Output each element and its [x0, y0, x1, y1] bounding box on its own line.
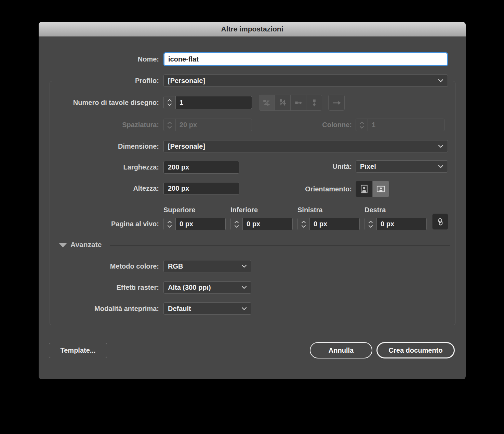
portrait-orientation-button[interactable] [356, 181, 372, 197]
numero-tavole-value[interactable]: 1 [176, 96, 252, 109]
arrange-by-row-icon [294, 98, 303, 107]
dialog-title: Altre impostazioni [221, 25, 283, 33]
disclosure-triangle-icon[interactable] [59, 243, 67, 247]
profilo-label: Profilo: [132, 74, 160, 87]
colonne-value: 1 [368, 119, 444, 131]
effetti-raster-select[interactable]: Alta (300 ppi) [163, 281, 251, 294]
layout-direction-button[interactable] [328, 95, 345, 111]
unita-value: Pixel [360, 163, 376, 171]
portrait-orientation-icon [359, 184, 369, 194]
stepper-up-icon [359, 121, 364, 124]
chevron-down-icon [438, 145, 443, 148]
grid-by-row-icon [263, 98, 271, 107]
effetti-raster-value: Alta (300 ppi) [168, 284, 211, 291]
altezza-label: Altezza: [130, 182, 160, 195]
larghezza-label: Larghezza: [121, 161, 160, 174]
template-button[interactable]: Template... [49, 343, 107, 358]
crea-documento-button[interactable]: Crea documento [376, 342, 455, 358]
bleed-sinistra-value[interactable]: 0 px [310, 218, 359, 230]
stepper-buttons[interactable] [164, 96, 176, 109]
stepper-up-icon [301, 220, 306, 223]
spaziatura-stepper: 20 px [163, 119, 252, 131]
arrange-by-column-icon [310, 98, 319, 107]
dimensione-label: Dimensione: [115, 140, 160, 152]
stepper-up-icon [167, 121, 172, 124]
metodo-colore-label: Metodo colore: [107, 260, 160, 272]
stepper-down-icon [234, 225, 239, 228]
nome-label: Nome: [135, 52, 160, 66]
numero-tavole-label: Numero di tavole disegno: [70, 96, 160, 109]
titlebar: Altre impostazioni [39, 22, 466, 37]
pagina-al-vivo-label: Pagina al vivo: [108, 218, 160, 230]
bleed-inferiore-value[interactable]: 0 px [243, 218, 292, 230]
arrow-right-icon [332, 98, 341, 108]
grid-by-column-button[interactable] [275, 95, 291, 110]
bleed-superiore-stepper: 0 px [163, 218, 226, 230]
annulla-button[interactable]: Annulla [310, 342, 372, 358]
landscape-orientation-button[interactable] [372, 181, 389, 197]
chevron-down-icon [241, 286, 247, 289]
settings-groupbox [50, 81, 455, 325]
colonne-label: Colonne: [319, 119, 353, 131]
stepper-buttons[interactable] [365, 218, 377, 230]
stepper-buttons[interactable] [164, 218, 176, 230]
profilo-select[interactable]: [Personale] [163, 74, 448, 87]
altezza-value: 200 px [168, 185, 189, 192]
modalita-anteprima-value: Default [168, 305, 191, 313]
stepper-up-icon [167, 220, 172, 223]
avanzate-section-header[interactable]: Avanzate [70, 241, 102, 249]
chevron-down-icon [438, 165, 443, 168]
spaziatura-label: Spaziatura: [119, 119, 160, 131]
bleed-superiore-value[interactable]: 0 px [176, 218, 225, 230]
unita-label: Unità: [330, 160, 353, 173]
unita-select[interactable]: Pixel [356, 160, 448, 173]
bleed-destra-label: Destra [364, 206, 386, 214]
orientamento-buttons [356, 181, 389, 197]
bleed-inferiore-label: Inferiore [230, 206, 258, 214]
arrange-by-row-button[interactable] [291, 95, 306, 110]
grid-by-row-button[interactable] [259, 95, 275, 110]
new-document-dialog: Altre impostazioni Nome: Profilo: [Perso… [39, 22, 466, 379]
metodo-colore-value: RGB [168, 262, 183, 270]
bleed-sinistra-stepper: 0 px [297, 218, 360, 230]
bleed-destra-stepper: 0 px [364, 218, 427, 230]
larghezza-value: 200 px [168, 163, 189, 171]
chevron-down-icon [241, 307, 247, 310]
artboard-arrangement-group [259, 95, 322, 111]
modalita-anteprima-label: Modalità anteprima: [92, 302, 160, 315]
larghezza-input[interactable]: 200 px [163, 161, 239, 174]
orientamento-label: Orientamento: [302, 181, 353, 197]
stepper-buttons[interactable] [298, 218, 310, 230]
dimensione-value: [Personale] [168, 143, 205, 150]
spaziatura-value: 20 px [176, 119, 252, 131]
dimensione-select[interactable]: [Personale] [163, 140, 448, 152]
stepper-up-icon [234, 220, 239, 223]
effetti-raster-label: Effetti raster: [114, 281, 160, 294]
avanzate-divider [110, 245, 450, 246]
grid-by-column-icon [278, 98, 287, 107]
stepper-down-icon [368, 225, 373, 228]
stepper-buttons[interactable] [231, 218, 243, 230]
stepper-down-icon [167, 103, 172, 106]
stepper-buttons [356, 119, 368, 131]
link-bleed-values-button[interactable] [432, 214, 448, 230]
chevron-down-icon [241, 265, 247, 268]
bleed-sinistra-label: Sinistra [297, 206, 322, 214]
metodo-colore-select[interactable]: RGB [163, 260, 251, 272]
altezza-input[interactable]: 200 px [163, 182, 239, 195]
bleed-destra-value[interactable]: 0 px [377, 218, 426, 230]
numero-tavole-stepper: 1 [163, 96, 252, 109]
colonne-stepper: 1 [356, 119, 445, 131]
profilo-value: [Personale] [168, 77, 205, 85]
stepper-up-icon [368, 220, 373, 223]
stepper-buttons [164, 119, 176, 131]
nome-input[interactable] [163, 52, 448, 66]
arrange-by-column-button[interactable] [306, 95, 322, 110]
link-chain-icon [436, 217, 445, 226]
stepper-down-icon [167, 225, 172, 228]
stepper-down-icon [167, 126, 172, 129]
stepper-up-icon [167, 99, 172, 102]
bleed-superiore-label: Superiore [163, 206, 195, 214]
modalita-anteprima-select[interactable]: Default [163, 302, 251, 315]
landscape-orientation-icon [376, 184, 386, 194]
